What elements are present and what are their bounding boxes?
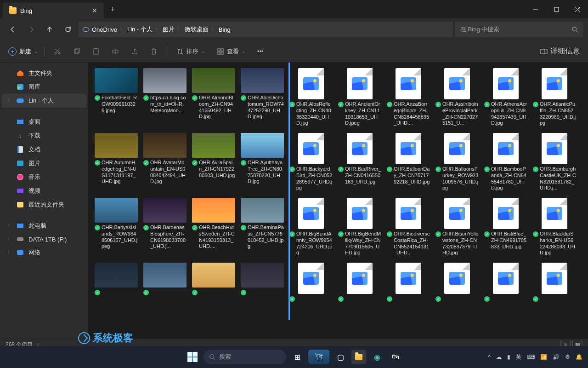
new-button[interactable]: + 新建 ⌄ xyxy=(8,47,38,56)
taskbar-edge[interactable]: ◉ xyxy=(370,350,384,364)
file-item[interactable]: ✓ xyxy=(338,263,381,302)
sort-button[interactable]: 排序⌄ xyxy=(174,46,208,58)
taskbar-app[interactable]: ▢ xyxy=(333,350,348,364)
share-button[interactable] xyxy=(128,46,141,57)
file-item[interactable]: ✓OHR.AtlanticPuffin_ZH-CN8523220989_UHD.… xyxy=(533,68,576,126)
file-item[interactable]: ✓ xyxy=(289,263,333,302)
copy-button[interactable] xyxy=(70,46,83,57)
file-item[interactable]: ✓OHR.AnzaBorregoBloom_ZH-CN8284458835_UH… xyxy=(387,68,430,126)
sidebar-music[interactable]: 音乐 xyxy=(2,170,86,184)
volume-icon[interactable]: 🔊 xyxy=(553,354,560,360)
file-item[interactable]: ✓ xyxy=(533,263,576,302)
sidebar-onedrive[interactable]: 〉Lin - 个人 xyxy=(2,94,86,108)
minimize-button[interactable] xyxy=(525,0,546,18)
file-item[interactable]: ✓ xyxy=(435,263,479,302)
address-bar[interactable]: OneDrive〉 Lin - 个人〉 图片〉 微软桌面〉 Bing xyxy=(78,22,453,37)
sidebar-documents[interactable]: 文档 xyxy=(2,143,86,156)
file-item[interactable]: ✓OHR.BambooPanda_ZH-CN8455481760_UHD.jpg xyxy=(484,133,527,191)
file-item[interactable]: ✓OHR.BisonYellowstone_ZH-CN7320887379_UH… xyxy=(435,198,479,256)
taskbar-store[interactable]: 🛍 xyxy=(388,350,403,364)
file-item[interactable]: ✓OHR.AloeDichotomum_ROW7447252290_UHD.jp… xyxy=(241,68,284,126)
file-item[interactable]: ✓OHR.AyutthayaTree_ZH-CN8075870220_UHD.j… xyxy=(241,133,284,191)
tray-chevron-icon[interactable]: ^ xyxy=(488,354,491,360)
paste-button[interactable] xyxy=(90,46,102,57)
file-item[interactable]: ✓OHR.AutumnHedgehog_EN-US1171311197_UHD.… xyxy=(95,133,138,191)
file-item[interactable]: ✓https-cn.bing.com_th_id=OHR.MeteoraMon.… xyxy=(143,68,187,126)
details-button[interactable]: 详细信息 xyxy=(540,46,580,56)
settings-tray-icon[interactable]: ⚙ xyxy=(565,354,570,360)
taskbar-search[interactable]: 搜索 xyxy=(204,350,286,364)
sidebar-recent[interactable]: 最近的文件夹 xyxy=(2,198,86,212)
file-item[interactable]: ✓OHR.AncientOrkney_ZH-CN1110318653_UHD.j… xyxy=(338,68,381,126)
sidebar-network[interactable]: 〉网络 xyxy=(2,246,86,259)
file-item[interactable]: ✓OHR.AthensAcropolis_ZH-CN9942357439_UHD… xyxy=(484,68,527,126)
network-icon[interactable]: 📶 xyxy=(540,354,547,360)
file-item[interactable]: ✓OHR.AvatarMountain_EN-US0084042494_UHD.… xyxy=(143,133,187,191)
widgets-button[interactable]: 🌃 xyxy=(308,350,329,364)
breadcrumb-3[interactable]: 微软桌面 xyxy=(185,25,209,34)
more-button[interactable]: ••• xyxy=(254,46,266,57)
sidebar-downloads[interactable]: ↓下载 xyxy=(2,129,86,143)
file-item[interactable]: ✓OHR.AssiniboineProvincialPark_ZH-CN2270… xyxy=(435,68,479,126)
sync-ok-icon: ✓ xyxy=(338,102,344,107)
onedrive-tray-icon[interactable]: ☁ xyxy=(496,354,502,360)
new-tab-button[interactable]: + xyxy=(104,5,121,13)
file-item[interactable]: ✓OHR.AlmondBloom_ZH-CN9441550492_UHD.jpg xyxy=(192,68,235,126)
maximize-button[interactable] xyxy=(546,0,567,18)
ime-indicator[interactable]: 英 xyxy=(516,353,521,361)
tab-bing[interactable]: Bing ✕ xyxy=(3,3,104,18)
system-tray[interactable]: ^ ☁ ▮ 英 ⌨ 📶 🔊 ⚙ 🔔 xyxy=(488,353,582,361)
back-button[interactable] xyxy=(5,21,21,38)
start-button[interactable] xyxy=(185,350,200,364)
breadcrumb-2[interactable]: 图片 xyxy=(163,25,175,34)
file-item[interactable]: ✓OHR.BalloonsTurkey_ROW9231009576_UHD.jp… xyxy=(435,133,479,191)
rename-button[interactable] xyxy=(109,46,122,57)
close-tab-icon[interactable]: ✕ xyxy=(92,7,97,14)
view-button[interactable]: 查看⌄ xyxy=(214,46,248,58)
sidebar-gallery[interactable]: 图库 xyxy=(2,80,86,94)
file-item[interactable]: ✓OHR.BistiBlue_ZH-CN4991705833_UHD.jpg xyxy=(484,198,527,256)
file-item[interactable]: ✓OHR.AvilaSpain_ZH-CN1792280503_UHD.jpg xyxy=(192,133,235,191)
cut-button[interactable] xyxy=(51,46,64,57)
breadcrumb-1[interactable]: Lin - 个人 xyxy=(127,25,153,34)
file-item[interactable]: ✓ xyxy=(192,263,235,302)
search-input[interactable]: 在 Bing 中搜索 xyxy=(455,22,583,37)
file-item[interactable]: ✓ xyxy=(143,263,187,302)
file-item[interactable]: ✓OHR.BlacktipSharks_EN-US9224288033_UHD.… xyxy=(533,198,576,256)
file-item[interactable]: ✓OHR.BamburghCastleUK_ZH-CN3201531782_UH… xyxy=(533,133,576,191)
file-item[interactable]: ✓OHR.BadRiver_ZH-CN0416550169_UHD.jpg xyxy=(338,133,381,191)
delete-button[interactable] xyxy=(147,46,160,57)
close-window-button[interactable] xyxy=(567,0,588,18)
file-item[interactable]: ✓ xyxy=(387,263,430,302)
sidebar-videos[interactable]: 视频 xyxy=(2,184,86,198)
notifications-icon[interactable]: 🔔 xyxy=(576,354,582,360)
file-item[interactable]: ✓OHR.BiodiverseCostaRica_ZH-CN5524154131… xyxy=(387,198,430,256)
file-item[interactable]: ✓FootballField_ROW0099610326.jpeg xyxy=(95,68,138,126)
file-item[interactable]: ✓OHR.BigBendAnniv_ROW9954724206_UHD.jpg xyxy=(289,198,333,256)
file-item[interactable]: ✓OHR.BanyakIslands_ROW9848506157_UHD.jpe… xyxy=(95,198,138,256)
breadcrumb-4[interactable]: Bing xyxy=(219,26,231,33)
file-item[interactable]: ✓ xyxy=(241,263,284,302)
file-item[interactable]: ✓OHR.AlpsReflecting_ZH-CN4036320440_UHD.… xyxy=(289,68,333,126)
file-item[interactable]: ✓OHR.BalloonDay_ZH-CN7571792218_UHD.jpg xyxy=(387,133,430,191)
sidebar-drive[interactable]: 〉DATA 1TB (F:) xyxy=(2,233,86,246)
forward-button[interactable] xyxy=(23,21,40,38)
battery-icon[interactable]: ▮ xyxy=(507,354,510,360)
file-item[interactable]: ✓OHR.BeachHutsSweden_ZH-CN4193150313_UHD… xyxy=(192,198,235,256)
up-button[interactable] xyxy=(41,21,58,38)
sidebar-thispc[interactable]: 〉此电脑 xyxy=(2,219,86,233)
breadcrumb-0[interactable]: OneDrive xyxy=(92,26,117,33)
keyboard-icon[interactable]: ⌨ xyxy=(527,354,535,360)
sidebar-desktop[interactable]: 桌面 xyxy=(2,115,86,129)
sidebar-pictures[interactable]: 图片 xyxy=(2,156,86,170)
refresh-button[interactable] xyxy=(60,21,76,38)
file-item[interactable]: ✓ xyxy=(95,263,138,302)
file-item[interactable]: ✓OHR.BerninaPass_ZH-CN5776010452_UHD.jpg xyxy=(241,198,284,256)
taskbar-explorer[interactable] xyxy=(351,350,366,364)
file-item[interactable]: ✓OHR.BigBendMilkyWay_ZH-CN7709015605_UHD… xyxy=(338,198,381,256)
sidebar-home[interactable]: 主文件夹 xyxy=(2,66,86,80)
taskview-button[interactable]: ⊞ xyxy=(290,350,305,364)
file-item[interactable]: ✓OHR.BackyardBird_ZH-CN0522695977_UHD.jp… xyxy=(289,133,333,191)
file-item[interactable]: ✓ xyxy=(484,263,527,302)
file-item[interactable]: ✓OHR.BardenasBiosphere_ZH-CN6198033700_U… xyxy=(143,198,187,256)
